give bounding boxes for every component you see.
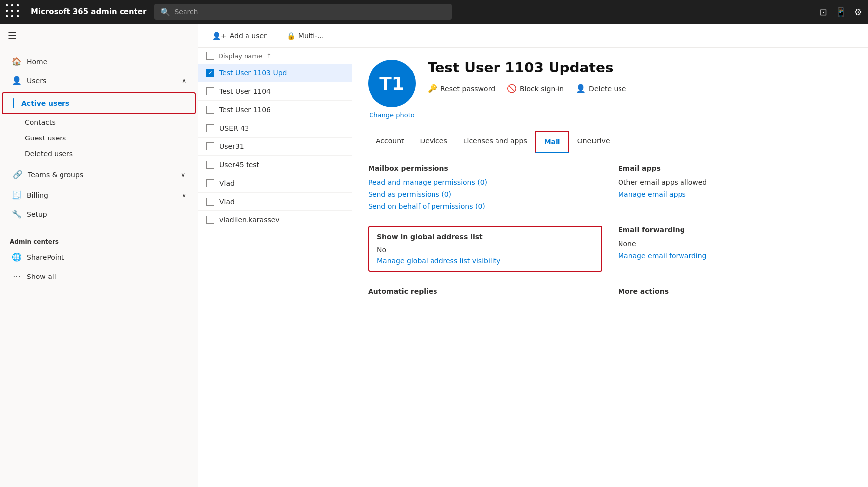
detail-panel: T1 Change photo Test User 1103 Updates 🔑… xyxy=(352,48,868,487)
lock-icon: 🔒 xyxy=(287,32,295,40)
app-grid-icon[interactable] xyxy=(6,4,21,19)
email-forwarding-value: None xyxy=(618,240,852,248)
sidebar-item-users[interactable]: 👤 Users ∧ xyxy=(2,71,196,90)
users-submenu: Active users Contacts Guest users Delete… xyxy=(0,90,198,164)
user-checkbox[interactable] xyxy=(206,179,214,187)
active-bar xyxy=(13,98,14,108)
topbar-icons: ⊡ 📱 ⚙️ xyxy=(820,7,862,17)
table-row[interactable]: User45 test xyxy=(198,156,352,174)
user-checkbox[interactable] xyxy=(206,161,214,169)
active-users-container: Active users xyxy=(2,92,196,114)
manage-email-apps-link[interactable]: Manage email apps xyxy=(618,190,852,198)
multi-label: Multi-... xyxy=(298,32,324,40)
settings-icon[interactable]: ⚙️ xyxy=(854,7,862,17)
sidebar-item-sharepoint[interactable]: 🌐 SharePoint xyxy=(2,247,196,267)
email-apps-title: Email apps xyxy=(618,164,852,172)
app-title: Microsoft 365 admin center xyxy=(31,7,146,16)
detail-actions: 🔑 Reset password 🚫 Block sign-in 👤 Dele xyxy=(428,84,852,93)
table-row[interactable]: User31 xyxy=(198,138,352,156)
user-checkbox[interactable] xyxy=(206,124,214,132)
chevron-down-icon-billing: ∨ xyxy=(182,192,186,199)
table-row[interactable]: Test User 1103 Upd xyxy=(198,64,352,82)
table-row[interactable]: Test User 1104 xyxy=(198,82,352,101)
sidebar-nav: 🏠 Home 👤 Users ∧ Active users Contacts xyxy=(0,48,198,290)
main-layout: ☰ 🏠 Home 👤 Users ∧ Active users xyxy=(0,24,868,487)
tab-licenses-apps[interactable]: Licenses and apps xyxy=(455,131,535,152)
search-icon: 🔍 xyxy=(160,7,170,17)
chevron-down-icon: ∨ xyxy=(181,171,185,178)
user-name: USER 43 xyxy=(219,124,249,132)
sidebar-item-guest-users[interactable]: Guest users xyxy=(0,130,198,146)
table-row[interactable]: USER 43 xyxy=(198,119,352,138)
read-manage-link[interactable]: Read and manage permissions (0) xyxy=(368,178,602,186)
user-checkbox[interactable] xyxy=(206,142,214,150)
terminal-icon[interactable]: ⊡ xyxy=(820,7,827,17)
sidebar-item-teams-groups[interactable]: 🔗 Teams & groups ∨ xyxy=(2,164,196,185)
detail-header: T1 Change photo Test User 1103 Updates 🔑… xyxy=(352,48,868,131)
admin-centers-title: Admin centers xyxy=(0,232,198,247)
tab-devices[interactable]: Devices xyxy=(412,131,455,152)
sidebar-item-deleted-users[interactable]: Deleted users xyxy=(0,146,198,162)
sort-arrow-icon[interactable]: ↑ xyxy=(266,52,272,60)
delete-user-button[interactable]: 👤 Delete use xyxy=(576,84,626,93)
delete-user-label: Delete use xyxy=(589,85,626,93)
user-list: Display name ↑ Test User 1103 Upd Test U… xyxy=(198,48,352,487)
sidebar-item-sharepoint-label: SharePoint xyxy=(27,253,64,261)
reset-password-label: Reset password xyxy=(440,85,495,93)
sidebar-item-billing[interactable]: 🧾 Billing ∨ xyxy=(2,185,196,205)
user-name: User45 test xyxy=(219,161,259,169)
user-checkbox[interactable] xyxy=(206,216,214,224)
reset-password-button[interactable]: 🔑 Reset password xyxy=(428,84,495,93)
detail-tabs: Account Devices Licenses and apps Mail O… xyxy=(352,131,868,152)
sidebar-item-users-label: Users xyxy=(27,77,46,85)
add-user-label: Add a user xyxy=(230,32,267,40)
teams-icon: 🔗 xyxy=(13,170,23,179)
hamburger-menu[interactable]: ☰ xyxy=(8,30,17,42)
sidebar-item-setup[interactable]: 🔧 Setup xyxy=(2,205,196,224)
user-checkbox[interactable] xyxy=(206,106,214,114)
user-checkbox[interactable] xyxy=(206,87,214,95)
mailbox-permissions-section: Mailbox permissions Read and manage perm… xyxy=(368,164,602,210)
search-bar[interactable]: 🔍 xyxy=(154,4,452,20)
key-icon: 🔑 xyxy=(428,84,437,93)
table-row[interactable]: Test User 1106 xyxy=(198,101,352,119)
automatic-replies-section: Automatic replies xyxy=(368,287,602,297)
add-user-icon: 👤+ xyxy=(212,32,227,40)
table-row[interactable]: Vlad xyxy=(198,193,352,211)
tab-mail[interactable]: Mail xyxy=(535,131,569,153)
send-as-link[interactable]: Send as permissions (0) xyxy=(368,190,602,198)
table-row[interactable]: Vlad xyxy=(198,174,352,193)
ellipsis-icon: ··· xyxy=(12,272,22,281)
user-info: Test User 1103 Updates 🔑 Reset password … xyxy=(428,60,852,93)
multi-button[interactable]: 🔒 Multi-... xyxy=(281,29,330,43)
email-forwarding-title: Email forwarding xyxy=(618,226,852,234)
sidebar-item-setup-label: Setup xyxy=(27,210,47,218)
block-signin-button[interactable]: 🚫 Block sign-in xyxy=(507,84,564,93)
tab-account[interactable]: Account xyxy=(368,131,412,152)
user-checkbox[interactable] xyxy=(206,198,214,206)
avatar-initials: T1 xyxy=(379,73,404,94)
list-header: Display name ↑ xyxy=(198,48,352,64)
user-name: vladilen.karassev xyxy=(219,216,280,224)
select-all-checkbox[interactable] xyxy=(206,52,214,60)
tablet-icon[interactable]: 📱 xyxy=(835,7,846,17)
sidebar-item-active-users[interactable]: Active users xyxy=(2,92,196,114)
sidebar-active-users-label: Active users xyxy=(21,99,69,107)
topbar: Microsoft 365 admin center 🔍 ⊡ 📱 ⚙️ xyxy=(0,0,868,24)
global-address-title: Show in global address list xyxy=(377,233,593,241)
table-row[interactable]: vladilen.karassev xyxy=(198,211,352,229)
sidebar-item-show-all[interactable]: ··· Show all xyxy=(2,267,196,286)
user-checkbox[interactable] xyxy=(206,69,214,77)
column-header-name: Display name xyxy=(218,52,262,60)
change-photo-link[interactable]: Change photo xyxy=(369,111,414,119)
billing-icon: 🧾 xyxy=(12,190,22,200)
search-input[interactable] xyxy=(174,8,446,16)
manage-global-address-link[interactable]: Manage global address list visibility xyxy=(377,257,593,265)
manage-email-forwarding-link[interactable]: Manage email forwarding xyxy=(618,252,852,260)
send-behalf-link[interactable]: Send on behalf of permissions (0) xyxy=(368,202,602,210)
sidebar-item-contacts[interactable]: Contacts xyxy=(0,114,198,130)
tab-onedrive[interactable]: OneDrive xyxy=(569,131,618,152)
sidebar-item-home[interactable]: 🏠 Home xyxy=(2,52,196,71)
setup-icon: 🔧 xyxy=(12,209,22,219)
add-user-button[interactable]: 👤+ Add a user xyxy=(206,29,273,43)
